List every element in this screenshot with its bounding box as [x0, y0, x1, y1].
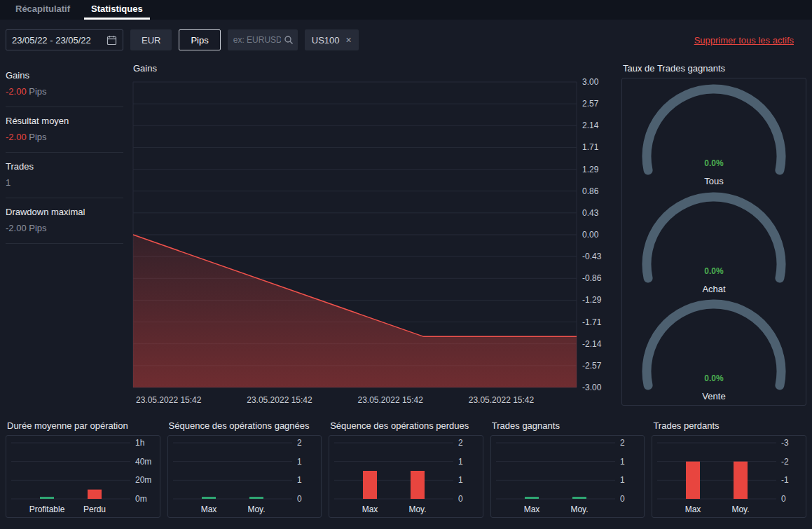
tab-recapitulatif[interactable]: Récapitulatif — [8, 0, 77, 20]
svg-text:1.71: 1.71 — [582, 142, 599, 152]
panel-lose-sequence: Séquence des opérations perdues 2110MaxM… — [329, 420, 483, 518]
svg-text:0: 0 — [781, 494, 786, 504]
svg-text:-3.00: -3.00 — [582, 383, 602, 392]
stat-value: 1 — [6, 177, 123, 188]
svg-text:Max: Max — [200, 504, 216, 514]
svg-text:1: 1 — [458, 457, 463, 467]
symbol-chip-label: US100 — [312, 35, 340, 46]
svg-text:1: 1 — [620, 457, 625, 467]
panel-losing-trades: Trades perdants -3-2-10MaxMoy. — [652, 420, 806, 518]
statistics-page: { "colors": { "background": "#171b26", "… — [0, 0, 812, 529]
svg-text:Max: Max — [362, 504, 378, 514]
stat-label: Drawdown maximal — [6, 207, 123, 217]
svg-text:2.14: 2.14 — [582, 121, 599, 130]
lose-sequence-chart: 2110MaxMoy. — [330, 437, 479, 517]
panel-chart-box: -3-2-10MaxMoy. — [652, 435, 806, 518]
stat-label: Trades — [6, 161, 123, 172]
svg-text:1.29: 1.29 — [582, 165, 599, 174]
gauge-label: Vente — [702, 391, 725, 401]
pips-button[interactable]: Pips — [179, 29, 220, 50]
svg-text:0.86: 0.86 — [582, 186, 599, 196]
panel-chart-box: 1h40m20m0mProfitablePerdu — [6, 435, 160, 518]
stat-value: -2.00 Pips — [6, 132, 123, 142]
stat-item: Résultat moyen-2.00 Pips — [6, 107, 123, 153]
winning-trades-chart: 2110MaxMoy. — [492, 437, 640, 517]
panel-title: Trades perdants — [653, 420, 806, 431]
panel-chart-box: 2110MaxMoy. — [167, 435, 322, 518]
stat-value: -2.00 Pips — [6, 86, 123, 97]
gauge-value: 0.0% — [704, 266, 724, 276]
panel-chart-box: 2110MaxMoy. — [329, 435, 483, 518]
panel-title: Durée moyenne par opération — [7, 420, 160, 431]
gains-chart-title: Gains — [133, 63, 613, 74]
bottom-row: Durée moyenne par opération 1h40m20m0mPr… — [0, 412, 812, 523]
panel-winning-trades: Trades gagnants 2110MaxMoy. — [490, 420, 645, 518]
svg-text:0: 0 — [297, 494, 302, 504]
svg-text:2.57: 2.57 — [582, 99, 599, 109]
svg-text:-0.86: -0.86 — [582, 273, 602, 283]
duration-chart: 1h40m20m0mProfitablePerdu — [7, 437, 156, 517]
symbol-search-input[interactable] — [232, 34, 282, 46]
tab-bar: Récapitulatif Statistiques — [0, 0, 812, 20]
filter-toolbar: 23/05/22 - 23/05/22 EUR Pips US100 × Sup… — [0, 20, 812, 57]
svg-text:Profitable: Profitable — [29, 504, 65, 514]
losing-trades-chart: -3-2-10MaxMoy. — [653, 437, 801, 517]
svg-text:-2.57: -2.57 — [582, 361, 602, 371]
stat-value: -2.00 Pips — [6, 223, 123, 233]
svg-text:2: 2 — [620, 438, 625, 448]
panel-title: Trades gagnants — [492, 420, 645, 431]
currency-button[interactable]: EUR — [130, 29, 172, 50]
search-icon — [284, 35, 294, 45]
svg-text:0m: 0m — [135, 494, 147, 504]
main-row: Gains-2.00 PipsRésultat moyen-2.00 PipsT… — [0, 57, 812, 412]
svg-text:-1.71: -1.71 — [582, 317, 602, 327]
svg-text:0: 0 — [458, 494, 463, 504]
svg-text:23.05.2022 15:42: 23.05.2022 15:42 — [469, 395, 535, 405]
symbol-search — [228, 29, 298, 50]
date-range-value: 23/05/22 - 23/05/22 — [12, 35, 91, 46]
win-rate-title: Taux de Trades gagnants — [623, 63, 806, 74]
svg-text:Max: Max — [685, 504, 701, 514]
win-sequence-chart: 2110MaxMoy. — [169, 437, 317, 517]
svg-text:Moy.: Moy. — [247, 504, 265, 514]
panel-title: Séquence des opérations perdues — [330, 420, 483, 431]
gauge-arc: 0.0% — [637, 297, 791, 391]
panel-duration: Durée moyenne par opération 1h40m20m0mPr… — [6, 420, 160, 518]
gauge-arc: 0.0% — [637, 190, 791, 284]
gauge-value: 0.0% — [704, 373, 724, 383]
svg-text:2: 2 — [458, 438, 463, 448]
date-range-input[interactable]: 23/05/22 - 23/05/22 — [6, 29, 123, 50]
delete-all-assets-link[interactable]: Supprimer tous les actifs — [694, 35, 794, 46]
gauge-value: 0.0% — [704, 158, 724, 168]
stat-item: Trades1 — [6, 153, 123, 198]
gauge-label: Tous — [704, 176, 723, 186]
panel-win-sequence: Séquence des opérations gagnées 2110MaxM… — [167, 420, 322, 518]
svg-text:-1.29: -1.29 — [582, 295, 602, 305]
svg-text:Max: Max — [523, 504, 539, 514]
svg-text:-2: -2 — [781, 457, 789, 467]
svg-text:0.00: 0.00 — [582, 230, 599, 240]
svg-text:-2.14: -2.14 — [582, 339, 602, 349]
svg-text:-1: -1 — [781, 475, 789, 485]
svg-text:2: 2 — [297, 438, 302, 448]
calendar-icon[interactable] — [106, 35, 117, 46]
svg-text:0.43: 0.43 — [582, 208, 599, 218]
remove-symbol-icon[interactable]: × — [346, 34, 352, 46]
gauge-vente: 0.0% Vente — [637, 297, 791, 401]
gauge-achat: 0.0% Achat — [637, 190, 791, 294]
stat-item: Drawdown maximal-2.00 Pips — [6, 198, 123, 244]
svg-text:1: 1 — [297, 457, 302, 467]
stat-item: Gains-2.00 Pips — [6, 62, 123, 107]
svg-text:1h: 1h — [135, 438, 144, 448]
win-rate-panel: Taux de Trades gagnants 0.0% Tous 0.0% A… — [621, 62, 806, 412]
panel-title: Séquence des opérations gagnées — [169, 420, 322, 431]
svg-text:1: 1 — [297, 475, 302, 485]
tab-statistiques[interactable]: Statistiques — [84, 0, 150, 20]
svg-text:23.05.2022 15:42: 23.05.2022 15:42 — [247, 395, 312, 405]
stat-label: Gains — [6, 70, 123, 81]
win-rate-gauges: 0.0% Tous 0.0% Achat 0.0% Vente — [621, 78, 806, 406]
svg-text:Perdu: Perdu — [83, 504, 106, 514]
svg-text:1: 1 — [620, 475, 625, 485]
symbol-chip-us100: US100 × — [305, 29, 359, 50]
svg-text:20m: 20m — [135, 475, 151, 485]
